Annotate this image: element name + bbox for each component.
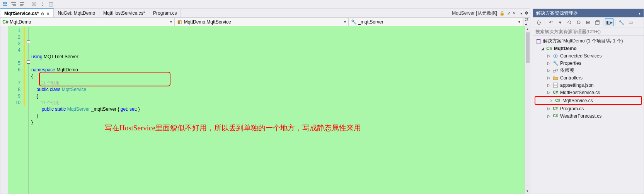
scroll-thumb[interactable] (526, 32, 530, 63)
codelens-line[interactable]: 11 个引用 (31, 100, 525, 106)
project-node[interactable]: ◢ C# MqttDemo (533, 45, 644, 52)
tool-icon-e[interactable] (39, 1, 46, 8)
fold-toggle[interactable]: - (27, 60, 30, 64)
svg-point-19 (555, 55, 556, 57)
tab-program[interactable]: Program.cs (149, 9, 181, 17)
preview-tab[interactable]: MqttServer [从元数据] 🔒 ⤢ ✕ (449, 9, 519, 17)
scroll-down[interactable]: ▾ (525, 188, 530, 194)
tree-node[interactable]: ▷🔧Properties (533, 59, 644, 67)
solution-node[interactable]: 解决方案"MqttDemo"(1 个项目/共 1 个) (533, 37, 644, 45)
solution-tree[interactable]: 解决方案"MqttDemo"(1 个项目/共 1 个) ◢ C# MqttDem… (533, 36, 644, 194)
refresh-icon[interactable] (574, 19, 583, 26)
svg-rect-10 (35, 3, 36, 6)
search-input[interactable] (533, 28, 644, 35)
solution-explorer-toolbar: ↶ ▾ ⊟ ◧▸ 🔧 ▭ (533, 17, 644, 27)
expand-toggle[interactable]: ▷ (547, 83, 551, 87)
tree-node-label: appsettings.json (560, 83, 594, 88)
svg-rect-1 (5, 2, 7, 4)
csharp-project-icon: C# (546, 46, 552, 51)
line-numbers: 12345678910 (8, 26, 24, 194)
tab-mqttservice[interactable]: MqttService.cs* ⊙ ✕ (0, 8, 54, 17)
view-switch-icon[interactable]: ◧▸ (605, 19, 613, 26)
tool-icon-b[interactable] (10, 1, 17, 8)
properties-icon[interactable]: 🔧 (617, 19, 625, 26)
tree-node[interactable]: ▷C#MqttHostService.cs (533, 89, 644, 96)
tree-node[interactable]: ▷Connected Services (533, 52, 644, 59)
breakpoint-margin[interactable] (0, 26, 8, 194)
code-line[interactable]: public class MqttService (31, 86, 525, 93)
tree-node[interactable]: ▷C#WeatherForecast.cs (533, 112, 644, 120)
tab-nuget[interactable]: NuGet: MqttDemo (54, 9, 99, 17)
fold-column[interactable]: - - (26, 26, 31, 194)
close-icon[interactable]: ✕ (46, 12, 49, 16)
close-icon[interactable]: ✕ (513, 11, 516, 15)
svg-rect-14 (595, 21, 599, 24)
promote-icon[interactable]: ⤢ (507, 11, 510, 15)
forward-icon[interactable]: ▾ (556, 19, 564, 26)
project-label: MqttDemo (554, 46, 577, 51)
split-button[interactable]: ─ (526, 183, 529, 188)
swap-view-button[interactable]: ⇄+ (523, 18, 530, 26)
expand-toggle[interactable]: ◢ (541, 46, 545, 51)
tree-node[interactable]: ▷appsettings.json (533, 81, 644, 89)
tree-node[interactable]: ▷C#MqttService.cs (535, 97, 641, 104)
svg-rect-4 (12, 4, 16, 5)
code-line[interactable]: using MQTTnet.Server; (31, 54, 525, 60)
tool-icon-f[interactable] (48, 1, 55, 8)
editor-panel: MqttService.cs* ⊙ ✕ NuGet: MqttDemo Mqtt… (0, 8, 530, 194)
tree-node-label: MqttHostService.cs (560, 90, 600, 95)
vertical-scrollbar[interactable]: ▴ ─ ▾ (525, 26, 530, 194)
code-editor[interactable]: 12345678910 - - 写在HostService里面貌似不好用，所以丢… (0, 26, 530, 194)
class-icon: ◧ (177, 19, 182, 25)
showall-icon[interactable] (593, 19, 601, 26)
csharp-project-icon: C# (3, 19, 8, 25)
preview-icon[interactable]: ▭ (626, 19, 635, 26)
expand-toggle[interactable]: ▷ (547, 54, 551, 58)
settings-icon[interactable]: ✲ (525, 10, 528, 16)
expand-toggle[interactable]: ▷ (547, 68, 551, 73)
expand-toggle[interactable]: ▷ (547, 106, 551, 111)
tree-node[interactable]: ▷Controllers (533, 74, 644, 81)
tool-icon-c[interactable] (19, 1, 26, 8)
tab-label: Program.cs (153, 10, 177, 16)
project-dropdown-label: MqttDemo (10, 19, 31, 25)
tabs-overflow-icon[interactable]: ▾ (520, 11, 522, 15)
pin-icon[interactable]: ⊙ (41, 12, 44, 16)
tab-mqtthostservice[interactable]: MqttHostService.cs* (99, 9, 149, 17)
fold-toggle[interactable]: - (27, 40, 30, 44)
tree-node[interactable]: ▷C#Program.cs (533, 105, 644, 112)
panel-menu[interactable]: ▾ (639, 11, 641, 15)
csharp-file-icon: C# (552, 114, 559, 118)
tool-icon-a[interactable] (2, 1, 9, 8)
project-dropdown[interactable]: C# MqttDemo ▾ (0, 18, 175, 26)
tree-node[interactable]: ▷依赖项 (533, 67, 644, 74)
back-icon[interactable]: ↶ (547, 19, 555, 26)
expand-toggle[interactable]: ▷ (547, 76, 551, 80)
csharp-file-icon: C# (552, 90, 559, 94)
sync-icon[interactable] (565, 19, 574, 26)
svg-rect-9 (32, 3, 33, 6)
class-dropdown[interactable]: ◧ MqttDemo.MqttService ▾ (175, 18, 349, 26)
svg-rect-0 (3, 2, 5, 4)
chevron-down-icon: ▾ (344, 20, 346, 24)
collapse-icon[interactable]: ⊟ (584, 19, 592, 26)
svg-rect-7 (20, 4, 24, 5)
tree-node-label: Connected Services (560, 53, 601, 59)
expand-toggle[interactable]: ▷ (547, 114, 551, 118)
scroll-up[interactable]: ▴ (525, 26, 530, 32)
code-line[interactable] (31, 60, 525, 67)
code-line[interactable]: { (31, 93, 525, 100)
code-line[interactable]: public static MqttServer _mqttServer { g… (31, 106, 525, 113)
code-text[interactable]: 写在HostService里面貌似不好用，所以丢到单独的一个地方，写成静态属性来… (31, 26, 525, 194)
svg-rect-17 (537, 39, 540, 40)
code-line[interactable]: } (31, 113, 525, 119)
dependencies-icon (552, 68, 559, 73)
member-dropdown[interactable]: 🔧 _mqttServer ▾ (349, 18, 523, 26)
member-dropdown-label: _mqttServer (358, 19, 383, 25)
expand-toggle[interactable]: ▷ (547, 90, 551, 94)
expand-toggle[interactable]: ▷ (547, 61, 551, 65)
solution-explorer-search[interactable] (533, 27, 644, 36)
expand-toggle[interactable]: ▷ (549, 98, 553, 103)
home-icon[interactable] (535, 19, 543, 26)
tool-icon-d[interactable] (31, 1, 37, 8)
